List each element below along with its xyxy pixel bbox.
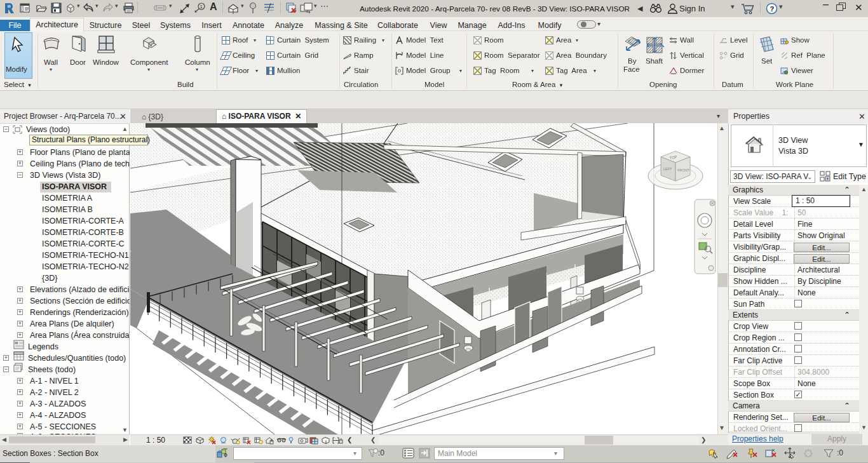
svg-text:LEFT: LEFT: [663, 167, 672, 171]
svg-text:?: ?: [770, 5, 775, 13]
svg-text:1: 1: [200, 4, 203, 10]
svg-text:FRONT: FRONT: [677, 168, 690, 172]
